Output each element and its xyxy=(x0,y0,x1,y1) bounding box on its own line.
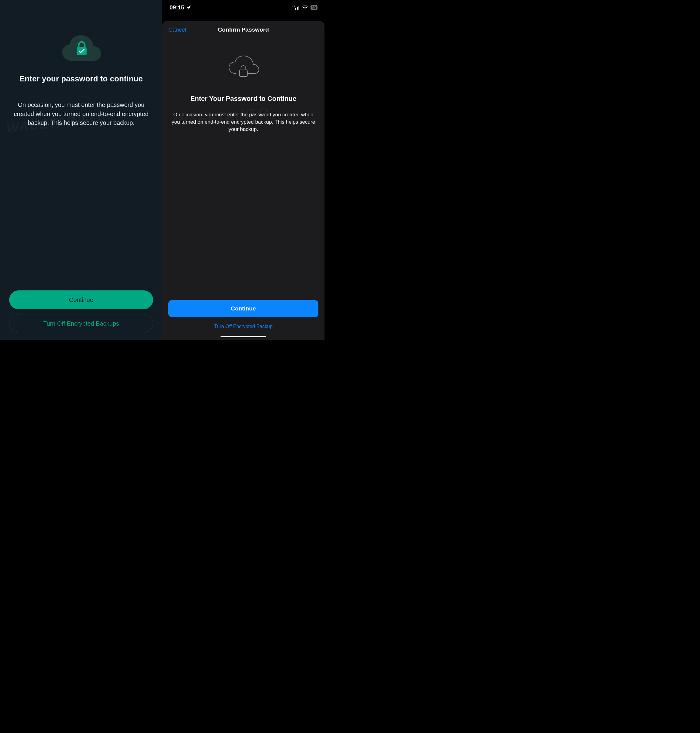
cloud-lock-icon xyxy=(226,55,260,81)
turn-off-encrypted-backup-button[interactable]: Turn Off Encrypted Backup xyxy=(162,324,325,329)
android-screen: Enter your password to continue On occas… xyxy=(0,0,162,340)
status-time: 09:15 xyxy=(169,4,184,11)
cancel-button[interactable]: Cancel xyxy=(168,26,186,33)
svg-rect-7 xyxy=(240,70,247,76)
svg-rect-4 xyxy=(297,7,298,10)
svg-point-6 xyxy=(304,9,306,10)
svg-rect-5 xyxy=(299,6,299,10)
battery-level: 39 xyxy=(312,6,316,10)
sheet-title: Confirm Password xyxy=(218,26,269,33)
battery-indicator: 39 xyxy=(310,5,317,10)
ios-screen: 09:15 39 Cancel Confirm Password xyxy=(162,0,325,340)
wifi-icon xyxy=(302,6,308,10)
page-heading: Enter Your Password to Continue xyxy=(162,95,325,103)
cloud-lock-check-icon xyxy=(60,34,102,63)
continue-button[interactable]: Continue xyxy=(9,291,153,309)
svg-rect-3 xyxy=(295,7,296,10)
svg-point-1 xyxy=(292,6,293,6)
home-indicator[interactable] xyxy=(221,336,266,337)
continue-button[interactable]: Continue xyxy=(168,300,318,317)
status-bar: 09:15 39 xyxy=(162,0,325,15)
turn-off-encrypted-backups-button[interactable]: Turn Off Encrypted Backups xyxy=(9,314,153,333)
modal-sheet: Cancel Confirm Password Enter Your Passw… xyxy=(162,21,325,340)
location-arrow-icon xyxy=(186,5,191,10)
page-heading: Enter your password to continue xyxy=(9,74,153,84)
sheet-header: Cancel Confirm Password xyxy=(162,21,325,38)
page-description: On occasion, you must enter the password… xyxy=(162,111,325,133)
cellular-signal-icon xyxy=(292,6,300,10)
cloud-lock-hero xyxy=(162,55,325,81)
svg-point-2 xyxy=(294,6,295,6)
page-description: On occasion, you must enter the password… xyxy=(9,101,153,128)
cloud-lock-hero xyxy=(9,34,153,63)
